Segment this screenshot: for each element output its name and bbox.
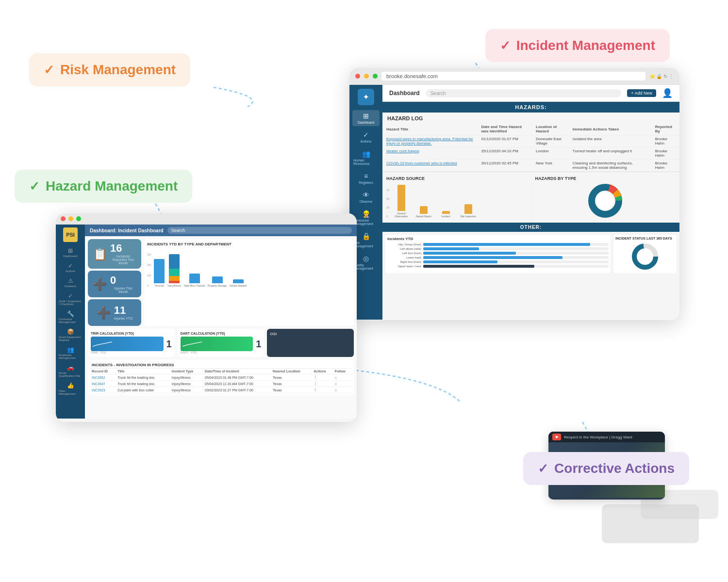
- col-hazard-action: Immediate Actions Taken: [569, 123, 651, 135]
- hazard-status-row: Incidents YTD Hip / Areas (front) Left e…: [382, 232, 679, 276]
- sidebar-item-observe[interactable]: 👁 Observe: [352, 189, 380, 205]
- incident-row-3-id[interactable]: INC3523: [90, 387, 116, 393]
- incident-top-bar: Dashboard: Incident Dashboard Search: [85, 225, 357, 236]
- kpi-incidents-label: Incidents Reported This Month: [110, 255, 136, 265]
- col-title: Title: [116, 369, 169, 374]
- incident-sidebar-fleet[interactable]: 👍 Fleet Management: [58, 381, 83, 397]
- corrective-actions-text: Corrective Actions: [554, 461, 675, 476]
- maximize-dot[interactable]: [373, 74, 378, 79]
- incident-row-1-follow[interactable]: ○: [333, 374, 352, 381]
- trir-card: TRIR CALCULATION (YTD) 1 TRIR - YTD: [88, 329, 175, 357]
- bar-hazard-report: [420, 206, 428, 214]
- hazard-row-2-reporter: Brooke Hahn: [651, 147, 679, 160]
- inc-employee-icon: 👥: [67, 346, 74, 353]
- close-dot[interactable]: [355, 74, 360, 79]
- kpi-injuries-ytd-value: 11: [114, 305, 132, 316]
- incident-sidebar-asset[interactable]: 📦 Asset Equipment Register: [58, 327, 83, 343]
- incident-sidebar-actions[interactable]: ✓ Actions: [58, 261, 83, 274]
- incident-row-2-follow[interactable]: ○: [333, 381, 352, 387]
- hazard-row-3-title[interactable]: COVID-19 from customer who is infected: [382, 160, 477, 172]
- kpi-injuries-month-value: 0: [110, 275, 136, 286]
- incident-row-3-follow[interactable]: ○: [333, 387, 352, 393]
- bar-property: [212, 276, 223, 283]
- add-new-button[interactable]: + Add New: [627, 89, 656, 97]
- incident-row-1-actions[interactable]: ⋮: [312, 374, 333, 381]
- incident-sidebar-audit[interactable]: ✓ Audit / Inspection / Checklists: [58, 291, 83, 307]
- hazard-search[interactable]: Search: [426, 89, 622, 97]
- inc-asset-icon: 📦: [67, 328, 74, 335]
- browser-icons: ⭐ 🔒 ↻ ⋮: [649, 74, 674, 79]
- col-incident-type: Incident Type: [170, 369, 203, 374]
- incident-row-1-location: Texas: [271, 374, 312, 381]
- incident-sidebar-dashboard[interactable]: ⊞ Dashboard: [58, 246, 83, 259]
- incident-sidebar-driver[interactable]: 🚗 Driver Qualification File: [58, 363, 83, 379]
- hazard-table: Hazard Title Date and Time Hazard was Id…: [382, 123, 679, 172]
- kpi-injuries-month: ➕ 0 Injuries This Month: [88, 271, 141, 297]
- incident-row-2-id[interactable]: INC3647: [90, 381, 116, 387]
- incident-sidebar-incidents[interactable]: ⚠ Incidents: [58, 276, 83, 289]
- sidebar-item-registers[interactable]: ≡ Registers: [352, 170, 380, 186]
- hazard-type-chart: HAZARDS BY TYPE: [531, 172, 680, 222]
- sidebar-item-hr[interactable]: 👥 Human Resources: [352, 148, 380, 167]
- hazard-source-title: HAZARD SOURCE: [386, 176, 527, 181]
- incident-minimize-dot[interactable]: [68, 216, 73, 221]
- inc-audit-icon: ✓: [68, 292, 73, 299]
- col-hazard-title: Hazard Title: [382, 123, 477, 135]
- incident-row-3-actions[interactable]: ⋮: [312, 387, 333, 393]
- hazard-row-3-date: 20/11/2020 02:45 PM: [477, 160, 532, 172]
- observe-icon: 👁: [363, 191, 369, 199]
- hazard-sidebar-logo: ✦: [358, 89, 374, 105]
- incident-row-2-date: 05/04/2023 11:20 AM GMT-7:00: [203, 381, 271, 387]
- minimize-dot[interactable]: [364, 74, 369, 79]
- incident-row-2-actions[interactable]: ⋮: [312, 381, 333, 387]
- incident-search[interactable]: Search: [167, 227, 352, 234]
- hazard-url-bar[interactable]: brooke.donesafe.com: [381, 72, 645, 81]
- hazard-management-text: Hazard Management: [46, 178, 178, 194]
- incident-maximize-dot[interactable]: [76, 216, 81, 221]
- incident-management-label: ✓ Incident Management: [485, 29, 670, 62]
- hazard-row-2-location: London: [532, 147, 569, 160]
- incident-sidebar-employee[interactable]: 👥 Employee Management: [58, 345, 83, 361]
- incident-dashboard-title: Dashboard: Incident Dashboard: [90, 228, 164, 233]
- col-actions: Actions: [312, 369, 333, 374]
- inc-incidents-icon: ⚠: [68, 277, 73, 284]
- dashboard-icon: ⊞: [363, 112, 369, 120]
- incident-sidebar-contractor[interactable]: 🔧 Contractor Management: [58, 309, 83, 325]
- hazard-row-1-title[interactable]: Exposed wires in manufacturing area. Pot…: [382, 135, 477, 147]
- svg-point-7: [639, 251, 651, 262]
- inc-driver-icon: 🚗: [67, 364, 74, 371]
- risk-icon: 🔒: [362, 232, 370, 240]
- avatar[interactable]: 👤: [662, 88, 673, 98]
- registers-icon: ≡: [364, 172, 368, 180]
- trir-trend-line: [93, 339, 112, 349]
- hazard-browser-window: brooke.donesafe.com ⭐ 🔒 ↻ ⋮ ✦ ⊞ Dashboar…: [349, 68, 679, 320]
- sidebar-item-dashboard[interactable]: ⊞ Dashboard: [352, 110, 380, 126]
- col-nearest-location: Nearest Location: [271, 369, 312, 374]
- col-hazard-reporter: Reported By: [651, 123, 679, 135]
- quality-icon: ◎: [363, 255, 369, 262]
- svg-point-4: [596, 192, 614, 210]
- calc-row: TRIR CALCULATION (YTD) 1 TRIR - YTD: [88, 329, 354, 357]
- incident-close-dot[interactable]: [61, 216, 66, 221]
- hazard-dashboard-title: Dashboard: [389, 90, 420, 97]
- hazard-row-3-location: New York: [532, 160, 569, 172]
- incident-row-1-id[interactable]: INC3652: [90, 374, 116, 381]
- incident-status-chart: INCIDENT STATUS LAST 365 DAYS: [613, 235, 677, 273]
- hazards-section-title: HAZARDS:: [382, 102, 679, 113]
- incident-row-1-date: 05/04/2023 01:48 PM GMT-7:00: [203, 374, 271, 381]
- sidebar-item-actions[interactable]: ✓ Actions: [352, 129, 380, 145]
- inc-contractor-icon: 🔧: [67, 310, 74, 317]
- bar-incident: [442, 211, 450, 214]
- dart-trend-line: [182, 339, 202, 349]
- hazard-row-3-action: Cleaning and disinfecting surfaces, ensu…: [569, 160, 651, 172]
- incident-row-2-location: Texas: [271, 381, 312, 387]
- incident-dashboard-content: 📋 16 Incidents Reported This Month ➕ 0 I…: [85, 236, 357, 398]
- hazard-row-2-title[interactable]: Heater cord fraying: [382, 147, 477, 160]
- bar-first-aid: [154, 259, 165, 283]
- svg-marker-8: [556, 436, 559, 438]
- incident-row-1-title: Truck hit the loading doc.: [116, 374, 169, 381]
- incident-row-3-title: Cut palm with box cutter: [116, 387, 169, 393]
- incident-browser-bar: [56, 213, 357, 225]
- col-follow: Follow: [333, 369, 352, 374]
- incident-row-2-title: Truck hit the loading doc.: [116, 381, 169, 387]
